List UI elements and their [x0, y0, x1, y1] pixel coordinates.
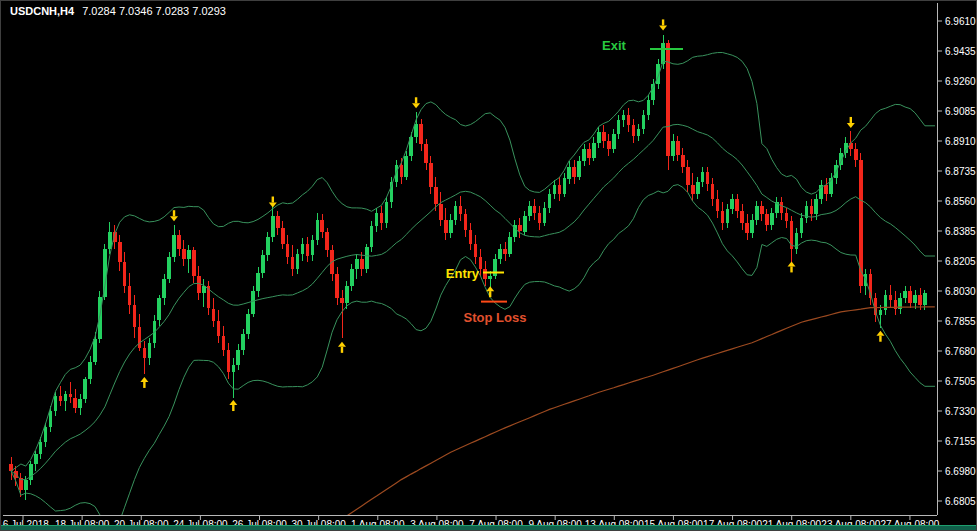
bear-candle — [222, 336, 226, 350]
bull-candle — [370, 226, 374, 247]
bear-candle — [538, 213, 542, 223]
bull-candle — [903, 291, 907, 298]
bull-candle — [567, 167, 571, 179]
sell-signal-arrow-icon[interactable] — [847, 117, 855, 128]
bull-candle — [671, 141, 675, 156]
price-tick-label: 6.7505 — [945, 376, 976, 387]
bear-candle — [59, 396, 63, 401]
buy-signal-arrow-icon[interactable] — [140, 377, 148, 388]
bull-candle — [597, 132, 601, 142]
price-tick-label: 6.9260 — [945, 76, 976, 87]
bull-candle — [148, 343, 152, 358]
bear-candle — [340, 298, 344, 303]
bull-candle — [498, 249, 502, 259]
bear-candle — [479, 257, 483, 269]
price-tick-label: 6.7155 — [945, 436, 976, 447]
price-tick-label: 6.6805 — [945, 496, 976, 507]
buy-signal-arrow-icon[interactable] — [229, 400, 237, 411]
bear-candle — [474, 244, 478, 258]
bear-candle — [587, 149, 591, 158]
bear-candle — [133, 305, 137, 327]
bear-candle — [676, 141, 680, 155]
bull-candle — [350, 269, 354, 286]
bear-candle — [918, 295, 922, 305]
buy-signal-arrow-icon[interactable] — [338, 342, 346, 353]
sell-signal-arrow-icon[interactable] — [412, 97, 420, 108]
bull-candle — [488, 276, 492, 279]
price-tick-label: 6.8735 — [945, 166, 976, 177]
bollinger-upper-line[interactable] — [11, 53, 935, 472]
bull-candle — [157, 298, 161, 320]
price-axis[interactable]: 6.96106.94356.92606.90856.89106.87356.85… — [937, 16, 976, 507]
symbol-timeframe-label: USDCNH,H4 — [10, 5, 74, 17]
bear-candle — [627, 115, 631, 125]
bull-candle — [93, 339, 97, 361]
bull-candle — [83, 379, 87, 400]
bear-candle — [483, 269, 487, 279]
bull-candle — [879, 310, 883, 315]
bear-candle — [889, 295, 893, 300]
sell-signal-arrow-icon[interactable] — [170, 210, 178, 221]
bull-candle — [251, 291, 255, 313]
bear-candle — [439, 204, 443, 219]
exit-label[interactable]: Exit — [602, 38, 627, 53]
bull-candle — [800, 218, 804, 233]
bull-candle — [88, 362, 92, 379]
entry-label[interactable]: Entry — [446, 266, 480, 281]
buy-signal-arrow-icon[interactable] — [876, 331, 884, 342]
bollinger-middle-line[interactable] — [11, 124, 935, 479]
candle-wick — [60, 386, 61, 407]
stop-loss-label[interactable]: Stop Loss — [464, 310, 527, 325]
bull-candle — [750, 220, 754, 234]
bear-candle — [123, 262, 127, 286]
bear-candle — [765, 214, 769, 224]
buy-signal-arrow-icon[interactable] — [788, 261, 796, 272]
bull-candle — [543, 208, 547, 223]
price-tick-label: 6.8205 — [945, 256, 976, 267]
candle-wick — [70, 382, 71, 403]
bull-candle — [770, 213, 774, 225]
bull-candle — [814, 199, 818, 214]
bear-candle — [824, 185, 828, 194]
bear-candle — [558, 185, 562, 194]
slow-ma-line[interactable] — [337, 307, 935, 523]
bear-candle — [306, 244, 310, 256]
bull-candle — [345, 286, 349, 303]
bull-candle — [528, 206, 532, 216]
price-chart[interactable]: EntryStop LossExit6.96106.94356.92606.90… — [1, 1, 977, 531]
bull-candle — [508, 237, 512, 254]
bear-candle — [464, 214, 468, 229]
bear-candle — [286, 244, 290, 258]
bull-candle — [454, 206, 458, 220]
bull-candle — [271, 216, 275, 237]
bull-candle — [923, 293, 927, 305]
bull-candle — [365, 247, 369, 269]
price-tick-label: 6.8030 — [945, 286, 976, 297]
bull-candle — [355, 259, 359, 269]
bear-candle — [182, 249, 186, 259]
bull-candle — [167, 257, 171, 279]
bull-candle — [637, 129, 641, 136]
bear-candle — [469, 230, 473, 244]
bull-candle — [913, 295, 917, 304]
bear-candle — [69, 394, 73, 397]
bull-candle — [612, 134, 616, 149]
bull-candle — [241, 334, 245, 349]
bear-candle — [419, 124, 423, 145]
price-tick-label: 6.9610 — [945, 16, 976, 27]
bull-candle — [726, 209, 730, 223]
sell-signal-arrow-icon[interactable] — [269, 197, 277, 208]
bull-candle — [592, 143, 596, 158]
bull-candle — [301, 244, 305, 254]
bear-candle — [291, 257, 295, 269]
bull-candle — [730, 199, 734, 209]
bear-candle — [785, 213, 789, 222]
bear-candle — [335, 274, 339, 298]
bull-candle — [54, 396, 58, 411]
price-tick-label: 6.6980 — [945, 466, 976, 477]
bull-candle — [311, 240, 315, 255]
sell-signal-arrow-icon[interactable] — [659, 19, 667, 30]
bull-candle — [39, 442, 43, 454]
bull-candle — [696, 182, 700, 194]
bull-candle — [202, 286, 206, 293]
